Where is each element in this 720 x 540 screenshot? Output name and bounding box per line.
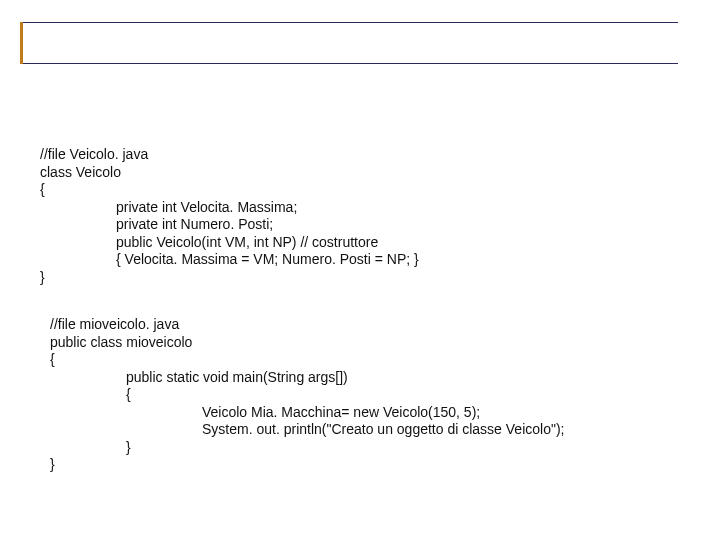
code-line: { Velocita. Massima = VM; Numero. Posti …	[40, 251, 700, 269]
slide-content: //file Veicolo. java class Veicolo { pri…	[20, 64, 700, 474]
code-line: {	[50, 386, 700, 404]
accent-bar	[20, 22, 23, 64]
code-line: }	[50, 456, 700, 474]
code-line: private int Numero. Posti;	[40, 216, 700, 234]
code-line: }	[40, 269, 700, 287]
code-line: public class mioveicolo	[50, 334, 700, 352]
code-line: Veicolo Mia. Macchina= new Veicolo(150, …	[50, 404, 700, 422]
code-line: public Veicolo(int VM, int NP) // costru…	[40, 234, 700, 252]
code-line: }	[50, 439, 700, 457]
code-line: {	[50, 351, 700, 369]
code-block-mioveicolo: //file mioveicolo. java public class mio…	[20, 316, 700, 474]
code-line: class Veicolo	[40, 164, 700, 182]
code-line: public static void main(String args[])	[50, 369, 700, 387]
slide: //file Veicolo. java class Veicolo { pri…	[0, 0, 720, 540]
code-line: //file mioveicolo. java	[50, 316, 700, 334]
code-block-veicolo: //file Veicolo. java class Veicolo { pri…	[20, 146, 700, 286]
code-line: private int Velocita. Massima;	[40, 199, 700, 217]
rule-top	[20, 22, 678, 23]
code-line: {	[40, 181, 700, 199]
code-line: //file Veicolo. java	[40, 146, 700, 164]
code-line: System. out. println("Creato un oggetto …	[50, 421, 700, 439]
